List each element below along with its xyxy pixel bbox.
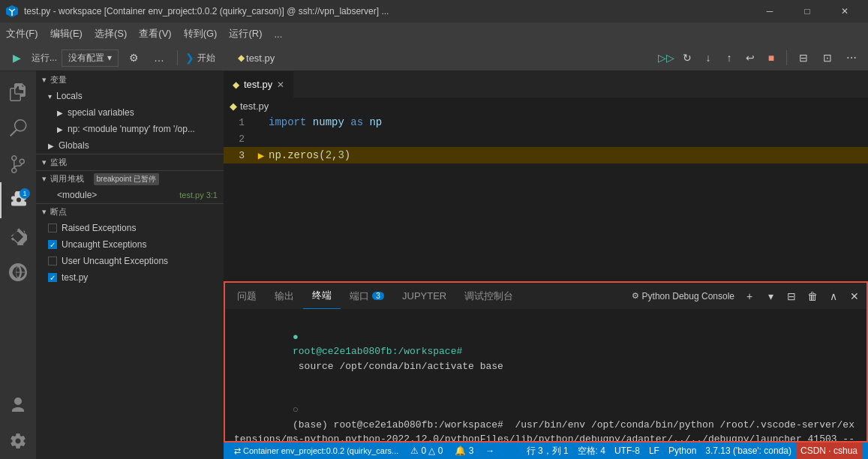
terminal-actions: ⚙ Python Debug Console + ▾ ⊟ 🗑 ∧ ✕	[632, 287, 863, 305]
breakpoint-raised[interactable]: Raised Exceptions	[36, 220, 224, 236]
raised-exceptions-checkbox[interactable]	[48, 224, 57, 232]
menu-more[interactable]: ...	[268, 22, 288, 45]
menu-go[interactable]: 转到(G)	[178, 22, 224, 45]
terminal-tab-debug-console[interactable]: 调试控制台	[455, 283, 522, 309]
config-dropdown[interactable]: 没有配置 ▾	[62, 50, 119, 67]
status-info[interactable]: 🔔 3	[450, 442, 478, 459]
terminal-tab-problems[interactable]: 问题	[228, 283, 266, 309]
breakpoint-user-uncaught[interactable]: User Uncaught Exceptions	[36, 253, 224, 269]
terminal-trash-btn[interactable]: 🗑	[803, 287, 821, 305]
activity-extensions[interactable]	[0, 218, 36, 254]
split-editor-btn[interactable]: ⊟	[793, 47, 814, 68]
minimize-button[interactable]: ─	[752, 0, 787, 22]
code-content-1: import numpy as np	[269, 116, 382, 128]
variables-chevron: ▾	[42, 75, 47, 85]
python-debug-label: Python Debug Console	[642, 291, 734, 302]
terminal-tab-jupyter[interactable]: JUPYTER	[393, 283, 455, 309]
uncaught-exceptions-checkbox[interactable]: ✓	[48, 240, 57, 249]
debug-step-over-btn[interactable]: ↻	[678, 49, 696, 67]
globals-label: Globals	[59, 140, 89, 151]
menu-run[interactable]: 运行(R)	[223, 22, 268, 45]
spaces-label: 空格: 4	[578, 445, 605, 458]
status-spaces[interactable]: 空格: 4	[573, 442, 610, 459]
breakpoint-testpy[interactable]: ✓ test.py	[36, 269, 224, 286]
watch-chevron: ▾	[42, 158, 47, 167]
menu-select[interactable]: 选择(S)	[89, 22, 133, 45]
remote-icon: ⇄	[234, 446, 241, 456]
terminal-chevron-btn[interactable]: ∧	[824, 287, 842, 305]
callstack-module-loc: test.py 3:1	[179, 190, 218, 200]
locals-item[interactable]: ▾ Locals	[36, 88, 224, 104]
breakpoint-uncaught[interactable]: ✓ Uncaught Exceptions	[36, 236, 224, 253]
config-label: 没有配置	[68, 52, 104, 64]
terminal-dropdown-btn[interactable]: ▾	[761, 287, 779, 305]
debug-stop-btn[interactable]: ■	[762, 49, 780, 67]
callstack-module-item[interactable]: <module> test.py 3:1	[36, 187, 224, 203]
app-icon	[6, 5, 18, 17]
line-ending-label: LF	[649, 446, 659, 456]
status-csdn[interactable]: CSDN · cshua	[796, 442, 862, 459]
status-remote[interactable]: ⇄ Container env_project:0.0.2 (quirky_ca…	[230, 442, 403, 459]
status-encoding[interactable]: UTF-8	[610, 442, 644, 459]
close-button[interactable]: ✕	[827, 0, 862, 22]
special-variables-item[interactable]: ▶ special variables	[36, 104, 224, 121]
menu-edit[interactable]: 编辑(E)	[44, 22, 89, 45]
special-vars-arrow: ▶	[57, 109, 63, 117]
np-variable-item[interactable]: ▶ np: <module 'numpy' from '/op...	[36, 121, 224, 137]
code-line-3: 3 ▶ np.zeros(2,3)	[224, 147, 868, 164]
callstack-header[interactable]: ▾ 调用堆栈 breakpoint 已暂停	[36, 170, 224, 187]
status-arrow[interactable]: →	[481, 442, 499, 459]
status-python-version[interactable]: 3.7.13 ('base': conda)	[701, 442, 796, 459]
run-icon-button[interactable]: ▶	[6, 47, 27, 68]
settings-icon-button[interactable]: ⚙	[123, 47, 144, 68]
debug-console-tab-label: 调试控制台	[464, 290, 513, 303]
activity-search[interactable]	[0, 110, 36, 146]
terminal-split-btn[interactable]: ⊟	[782, 287, 800, 305]
debug-step-out-btn[interactable]: ↑	[720, 49, 738, 67]
user-uncaught-label: User Uncaught Exceptions	[62, 256, 168, 266]
activity-debug[interactable]: 1	[0, 182, 36, 218]
terminal-tab-terminal[interactable]: 终端	[303, 283, 341, 309]
sync-icon: →	[485, 446, 494, 456]
terminal-panel: 问题 输出 终端 端口 3 JUPYTER 调试控制台	[224, 281, 868, 442]
terminal-tab-ports[interactable]: 端口 3	[341, 283, 393, 309]
status-row-col[interactable]: 行 3，列 1	[522, 442, 573, 459]
status-right: 行 3，列 1 空格: 4 UTF-8 LF Python 3.7.13 ('b…	[522, 442, 862, 459]
testpy-checkbox[interactable]: ✓	[48, 273, 57, 282]
terminal-content[interactable]: ● root@ce2e1ab080fb:/workspace# source /…	[225, 309, 866, 441]
user-uncaught-checkbox[interactable]	[48, 256, 57, 266]
maximize-button[interactable]: □	[790, 0, 824, 22]
status-language[interactable]: Python	[664, 442, 701, 459]
testpy-label: test.py	[62, 272, 88, 283]
breakpoints-header[interactable]: ▾ 断点	[36, 203, 224, 220]
activity-source-control[interactable]	[0, 146, 36, 182]
status-line-ending[interactable]: LF	[644, 442, 664, 459]
activity-remote[interactable]	[0, 254, 36, 290]
terminal-tab-output[interactable]: 输出	[266, 283, 303, 309]
activity-explorer[interactable]	[0, 74, 36, 110]
more-icon-button[interactable]: …	[149, 47, 170, 68]
activity-account[interactable]	[0, 387, 36, 423]
terminal-add-btn[interactable]: +	[740, 287, 758, 305]
debug-restart-btn[interactable]: ↩	[741, 49, 759, 67]
activity-settings[interactable]	[0, 423, 36, 459]
status-errors[interactable]: ⚠ 0 △ 0	[406, 442, 447, 459]
code-editor[interactable]: 1 import numpy as np 2 3 ▶ np.zeros(2,3)	[224, 114, 868, 281]
more-toolbar-btn[interactable]: ⋯	[841, 47, 862, 68]
editor-tab-testpy[interactable]: ◆ test.py ✕	[224, 71, 294, 98]
globals-item[interactable]: ▶ Globals	[36, 137, 224, 154]
debug-continue-btn[interactable]: ▷▷	[657, 49, 675, 67]
uncaught-exceptions-label: Uncaught Exceptions	[62, 239, 146, 250]
menu-view[interactable]: 查看(V)	[133, 22, 177, 45]
tab-close-icon[interactable]: ✕	[277, 80, 284, 90]
file-icon: ◆	[238, 52, 245, 63]
toggle-panel-btn[interactable]: ⊡	[817, 47, 838, 68]
variables-header[interactable]: ▾ 变量	[36, 71, 224, 88]
toolbar-right: ▷▷ ↻ ↓ ↑ ↩ ■ ⊟ ⊡ ⋯	[657, 47, 862, 68]
sidebar: ▾ 变量 ▾ Locals ▶ special variables ▶ np: …	[36, 71, 224, 459]
watch-header[interactable]: ▾ 监视	[36, 154, 224, 170]
terminal-close-btn[interactable]: ✕	[845, 287, 863, 305]
debug-step-into-btn[interactable]: ↓	[699, 49, 717, 67]
terminal-line-1: ● root@ce2e1ab080fb:/workspace# source /…	[234, 315, 857, 388]
menu-file[interactable]: 文件(F)	[0, 22, 44, 45]
